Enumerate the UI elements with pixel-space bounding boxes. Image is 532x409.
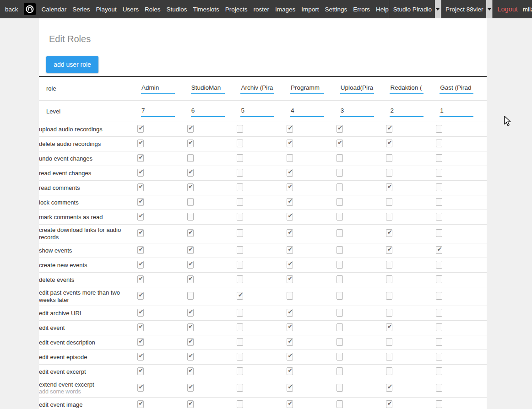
nav-item-timeslots[interactable]: Timeslots [193,6,219,13]
permission-checkbox[interactable] [187,367,194,375]
permission-checkbox[interactable] [287,229,293,237]
permission-checkbox[interactable] [237,261,243,269]
permission-checkbox[interactable] [386,198,392,206]
permission-checkbox[interactable] [187,261,194,269]
permission-checkbox[interactable] [137,261,144,269]
permission-checkbox[interactable] [337,323,343,331]
permission-checkbox[interactable] [386,338,392,346]
permission-checkbox[interactable] [436,183,442,191]
permission-checkbox[interactable] [237,213,243,221]
permission-checkbox[interactable] [386,183,392,191]
permission-checkbox[interactable] [436,338,442,346]
permission-checkbox[interactable] [436,292,442,300]
permission-checkbox[interactable] [386,140,392,147]
permission-checkbox[interactable] [287,400,293,408]
permission-checkbox[interactable] [436,154,442,162]
permission-checkbox[interactable] [187,338,194,346]
permission-checkbox[interactable] [137,183,144,191]
permission-checkbox[interactable] [287,125,293,133]
permission-checkbox[interactable] [287,384,293,392]
permission-checkbox[interactable] [237,246,243,254]
permission-checkbox[interactable] [287,213,293,221]
permission-checkbox[interactable] [187,169,194,177]
role-level-input-2[interactable] [191,106,225,117]
role-name-input-2[interactable] [191,83,225,94]
permission-checkbox[interactable] [386,154,392,162]
permission-checkbox[interactable] [187,309,194,317]
permission-checkbox[interactable] [386,169,392,177]
nav-item-errors[interactable]: Errors [353,6,370,13]
permission-checkbox[interactable] [287,140,293,147]
nav-item-import[interactable]: Import [301,6,319,13]
permission-checkbox[interactable] [287,338,293,346]
permission-checkbox[interactable] [337,400,343,408]
permission-checkbox[interactable] [337,292,343,300]
role-name-input-5[interactable] [340,83,374,94]
role-name-input-3[interactable] [240,83,274,94]
permission-checkbox[interactable] [337,384,343,392]
permission-checkbox[interactable] [137,275,144,283]
permission-checkbox[interactable] [237,353,243,361]
permission-checkbox[interactable] [287,292,293,300]
permission-checkbox[interactable] [337,213,343,221]
role-level-input-1[interactable] [141,106,175,117]
permission-checkbox[interactable] [237,400,243,408]
permission-checkbox[interactable] [237,229,243,237]
permission-checkbox[interactable] [287,353,293,361]
permission-checkbox[interactable] [137,198,144,206]
permission-checkbox[interactable] [187,400,194,408]
permission-checkbox[interactable] [386,275,392,283]
nav-item-images[interactable]: Images [275,6,295,13]
permission-checkbox[interactable] [187,213,194,221]
permission-checkbox[interactable] [187,198,194,206]
permission-checkbox[interactable] [137,353,144,361]
permission-checkbox[interactable] [137,323,144,331]
permission-checkbox[interactable] [386,125,392,133]
permission-checkbox[interactable] [187,292,194,300]
permission-checkbox[interactable] [436,213,442,221]
permission-checkbox[interactable] [436,400,442,408]
permission-checkbox[interactable] [287,246,293,254]
permission-checkbox[interactable] [137,125,144,133]
permission-checkbox[interactable] [386,229,392,237]
permission-checkbox[interactable] [436,229,442,237]
role-name-input-1[interactable] [141,83,175,94]
nav-item-calendar[interactable]: Calendar [42,6,67,13]
permission-checkbox[interactable] [386,309,392,317]
permission-checkbox[interactable] [337,229,343,237]
role-level-input-6[interactable] [390,106,423,117]
permission-checkbox[interactable] [287,154,293,162]
permission-checkbox[interactable] [436,140,442,147]
permission-checkbox[interactable] [187,154,194,162]
nav-item-projects[interactable]: Projects [225,6,248,13]
permission-checkbox[interactable] [187,323,194,331]
permission-checkbox[interactable] [337,183,343,191]
permission-checkbox[interactable] [386,213,392,221]
permission-checkbox[interactable] [436,309,442,317]
chevron-down-icon[interactable] [486,0,492,18]
permission-checkbox[interactable] [237,338,243,346]
permission-checkbox[interactable] [137,384,144,392]
permission-checkbox[interactable] [337,169,343,177]
permission-checkbox[interactable] [237,140,243,147]
permission-checkbox[interactable] [237,125,243,133]
permission-checkbox[interactable] [237,323,243,331]
permission-checkbox[interactable] [436,323,442,331]
permission-checkbox[interactable] [237,154,243,162]
piradio-logo-icon[interactable] [24,3,36,15]
permission-checkbox[interactable] [436,261,442,269]
nav-item-roles[interactable]: Roles [145,6,161,13]
permission-checkbox[interactable] [436,246,442,254]
permission-checkbox[interactable] [337,198,343,206]
role-name-input-6[interactable] [390,83,423,94]
permission-checkbox[interactable] [386,367,392,375]
permission-checkbox[interactable] [187,140,194,147]
permission-checkbox[interactable] [287,261,293,269]
permission-checkbox[interactable] [337,309,343,317]
permission-checkbox[interactable] [237,292,243,300]
permission-checkbox[interactable] [187,384,194,392]
logout-link[interactable]: Logout [497,5,517,13]
permission-checkbox[interactable] [337,261,343,269]
permission-checkbox[interactable] [187,229,194,237]
permission-checkbox[interactable] [337,140,343,147]
